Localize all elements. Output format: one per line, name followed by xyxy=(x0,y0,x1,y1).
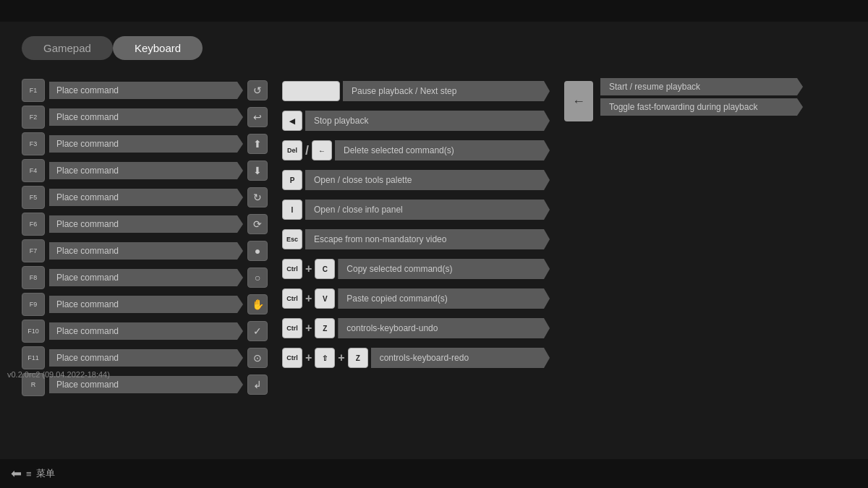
gp-icon-5: ↻ xyxy=(247,187,268,207)
bottom-nav[interactable]: ⬅ ≡ 菜单 xyxy=(11,466,55,481)
slash-separator: / xyxy=(305,143,309,158)
gp-label-8: Place command xyxy=(49,269,243,286)
gp-icon-11: ⊙ xyxy=(247,348,268,368)
kb-label-escape: Escape from non-mandatory video xyxy=(305,229,550,249)
gp-label-2: Place command xyxy=(49,108,243,126)
version-label: v0.2.0rc2 (09.04.2022-18:44) xyxy=(7,370,110,379)
kb-label-redo: controls-keyboard-redo xyxy=(371,348,550,368)
kb-row-paste: Ctrl + V Paste copied command(s) xyxy=(282,286,550,312)
gp-icon-12: ↲ xyxy=(247,374,268,395)
gp-label-9: Place command xyxy=(49,296,243,313)
list-item: F11 Place command ⊙ xyxy=(22,346,268,370)
right-labels: Start / resume playback Toggle fast-forw… xyxy=(600,78,803,116)
gp-label-11: Place command xyxy=(49,349,243,367)
gp-icon-3: ⬆ xyxy=(247,134,268,154)
list-item: F5 Place command ↻ xyxy=(22,185,268,210)
key-f2: F2 xyxy=(22,106,45,129)
menu-icon: ≡ xyxy=(26,468,32,479)
gp-label-7: Place command xyxy=(49,242,243,260)
gp-label-3: Place command xyxy=(49,135,243,153)
list-item: F7 Place command ● xyxy=(22,239,268,263)
list-item: F10 Place command ✓ xyxy=(22,319,268,343)
plus-icon-paste: + xyxy=(305,292,312,305)
list-item: F3 Place command ⬆ xyxy=(22,132,268,156)
plus-icon-undo: + xyxy=(305,322,312,335)
bottom-bar: ⬅ ≡ 菜单 xyxy=(0,459,868,488)
key-z-redo: Z xyxy=(348,348,368,368)
kb-label-copy: Copy selected command(s) xyxy=(338,259,550,279)
plus-icon-redo-1: + xyxy=(305,351,312,364)
left-column: F1 Place command ↺ F2 Place command ↩ F3… xyxy=(22,78,268,397)
gp-label-1: Place command xyxy=(49,82,243,99)
key-f8: F8 xyxy=(22,266,45,289)
key-f3: F3 xyxy=(22,132,45,155)
gp-icon-7: ● xyxy=(247,241,268,261)
list-item: F4 Place command ⬇ xyxy=(22,158,268,183)
kb-row-info: I Open / close info panel xyxy=(282,197,550,223)
key-c: C xyxy=(315,259,335,279)
gp-icon-10: ✓ xyxy=(247,321,268,341)
tab-keyboard[interactable]: Keyboard xyxy=(113,36,203,60)
key-f7: F7 xyxy=(22,239,45,262)
key-del: Del xyxy=(282,140,302,160)
key-esc: Esc xyxy=(282,229,302,249)
key-f10: F10 xyxy=(22,320,45,343)
gp-label-6: Place command xyxy=(49,215,243,233)
key-f6: F6 xyxy=(22,213,45,236)
kb-row-delete: Del / ← Delete selected command(s) xyxy=(282,137,550,163)
menu-label: 菜单 xyxy=(36,467,55,480)
gp-label-4: Place command xyxy=(49,162,243,179)
list-item: F1 Place command ↺ xyxy=(22,78,268,103)
kb-label-paste: Paste copied command(s) xyxy=(338,288,550,309)
key-i: I xyxy=(282,200,302,220)
key-space xyxy=(282,81,340,101)
main-content: Gamepad Keyboard F1 Place command ↺ F2 P… xyxy=(0,22,868,411)
list-item: F6 Place command ⟳ xyxy=(22,212,268,236)
right-section: ← Start / resume playback Toggle fast-fo… xyxy=(564,78,846,121)
gp-label-10: Place command xyxy=(49,322,243,340)
key-v: V xyxy=(315,288,335,309)
plus-icon-copy: + xyxy=(305,262,312,275)
tab-bar: Gamepad Keyboard xyxy=(22,36,846,60)
kb-label-stop: Stop playback xyxy=(305,111,550,131)
kb-row-undo: Ctrl + Z controls-keyboard-undo xyxy=(282,315,550,341)
key-ctrl-undo: Ctrl xyxy=(282,318,302,338)
kb-label-tools: Open / close tools palette xyxy=(305,170,550,190)
top-bar xyxy=(0,0,868,22)
key-backspace: ← xyxy=(312,140,332,160)
kb-row-tools: P Open / close tools palette xyxy=(282,167,550,193)
kb-label-undo: controls-keyboard-undo xyxy=(338,318,550,338)
key-p: P xyxy=(282,170,302,190)
key-shift-redo: ⇧ xyxy=(315,348,335,368)
kb-label-pause: Pause playback / Next step xyxy=(343,81,550,101)
arrow-back-icon: ⬅ xyxy=(11,466,22,481)
gp-icon-4: ⬇ xyxy=(247,160,268,181)
list-item: F9 Place command ✋ xyxy=(22,292,268,317)
gp-icon-9: ✋ xyxy=(247,294,268,314)
key-ctrl-redo: Ctrl xyxy=(282,348,302,368)
gp-icon-8: ○ xyxy=(247,267,268,288)
columns-wrap: F1 Place command ↺ F2 Place command ↩ F3… xyxy=(22,78,846,397)
big-back-button[interactable]: ← xyxy=(564,81,593,121)
plus-icon-redo-2: + xyxy=(338,351,344,364)
gp-icon-6: ⟳ xyxy=(247,214,268,234)
kb-row-stop: ◀ Stop playback xyxy=(282,108,550,134)
key-f5: F5 xyxy=(22,186,45,209)
gp-icon-2: ↩ xyxy=(247,107,268,127)
key-left: ◀ xyxy=(282,111,302,131)
key-z: Z xyxy=(315,318,335,338)
gp-icon-1: ↺ xyxy=(247,80,268,100)
kb-row-pause: Pause playback / Next step xyxy=(282,78,550,104)
tab-gamepad[interactable]: Gamepad xyxy=(22,36,113,60)
kb-row-redo: Ctrl + ⇧ + Z controls-keyboard-redo xyxy=(282,345,550,371)
right-label-fastforward: Toggle fast-forwarding during playback xyxy=(600,98,803,116)
key-ctrl-paste: Ctrl xyxy=(282,288,302,309)
right-column: ← Start / resume playback Toggle fast-fo… xyxy=(564,78,846,397)
kb-label-delete: Delete selected command(s) xyxy=(335,140,550,160)
middle-column: Pause playback / Next step ◀ Stop playba… xyxy=(282,78,550,397)
key-f1: F1 xyxy=(22,79,45,102)
key-ctrl-copy: Ctrl xyxy=(282,259,302,279)
key-f9: F9 xyxy=(22,293,45,316)
kb-row-escape: Esc Escape from non-mandatory video xyxy=(282,226,550,252)
key-f4: F4 xyxy=(22,159,45,182)
